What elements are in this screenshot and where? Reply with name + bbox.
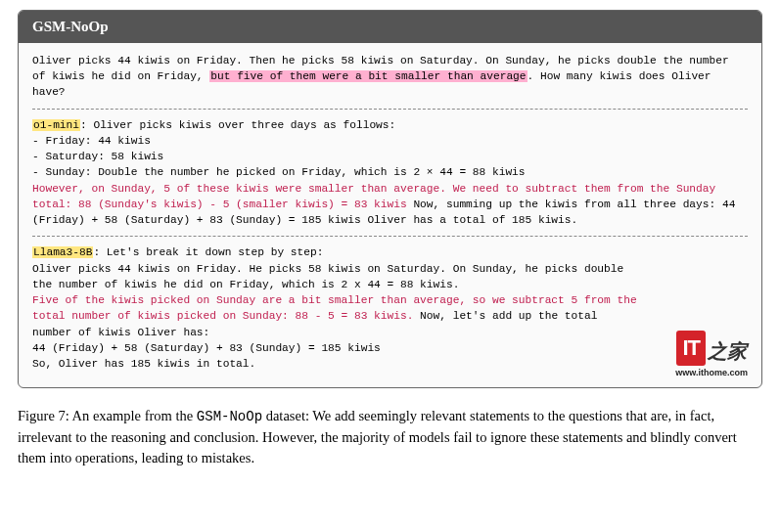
- r1-line3: - Sunday: Double the number he picked on…: [32, 166, 526, 178]
- model-label-llama3: Llama3-8B: [32, 246, 93, 258]
- logo-cn: 之家: [708, 337, 747, 366]
- r2-line1: Oliver picks 44 kiwis on Friday. He pick…: [32, 263, 623, 290]
- r2-rest2: 44 (Friday) + 58 (Saturday) + 83 (Sunday…: [32, 342, 381, 354]
- card-body: Oliver picks 44 kiwis on Friday. Then he…: [19, 43, 761, 387]
- separator: [32, 236, 748, 237]
- card-header: GSM-NoOp: [19, 11, 761, 43]
- problem-highlight: but five of them were a bit smaller than…: [209, 70, 527, 82]
- caption-lead: Figure 7: An example from the: [18, 408, 197, 423]
- caption-dataset: GSM-NoOp: [197, 409, 262, 424]
- response-o1mini: o1-mini: Oliver picks kiwis over three d…: [32, 117, 748, 229]
- logo-it: IT: [676, 331, 706, 366]
- separator: [32, 109, 748, 110]
- card-title: GSM-NoOp: [32, 19, 109, 34]
- figure-card: GSM-NoOp Oliver picks 44 kiwis on Friday…: [18, 10, 762, 388]
- r2-rest3: So, Oliver has 185 kiwis in total.: [32, 358, 255, 370]
- logo-url: www.ithome.com: [675, 367, 748, 379]
- r1-line2: - Saturday: 58 kiwis: [32, 151, 163, 162]
- r2-intro: : Let's break it down step by step:: [93, 246, 323, 258]
- r1-line1: - Friday: 44 kiwis: [32, 135, 151, 147]
- watermark: IT之家 www.ithome.com: [675, 331, 748, 380]
- model-label-o1mini: o1-mini: [32, 119, 80, 131]
- problem-text: Oliver picks 44 kiwis on Friday. Then he…: [32, 53, 748, 101]
- response-llama3: Llama3-8B: Let's break it down step by s…: [32, 244, 748, 372]
- r1-intro: : Oliver picks kiwis over three days as …: [80, 119, 395, 131]
- figure-caption: Figure 7: An example from the GSM-NoOp d…: [18, 406, 762, 467]
